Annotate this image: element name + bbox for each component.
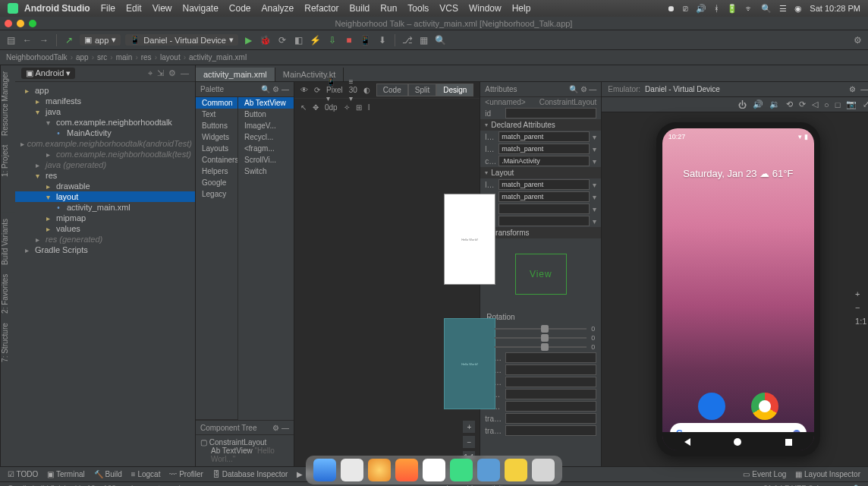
view-split[interactable]: Split [408, 84, 436, 96]
clock[interactable]: Sat 10:28 PM [810, 4, 860, 13]
collapse-icon[interactable]: ⇲ [157, 68, 164, 78]
nav-overview-icon[interactable] [785, 439, 792, 446]
attr-input[interactable] [505, 364, 596, 375]
palette-item[interactable]: Ab TextView [238, 97, 294, 109]
dock-app-2-icon[interactable] [505, 459, 527, 481]
project-icon[interactable]: ▤ [5, 34, 17, 46]
emu-zoom-out-icon[interactable]: − [855, 303, 866, 312]
slider-thumb[interactable] [541, 334, 549, 342]
emu-power-icon[interactable]: ⏻ [738, 100, 747, 109]
emu-voldown-icon[interactable]: 🔉 [769, 99, 780, 109]
panel-gear-icon[interactable]: ⚙ [168, 68, 176, 78]
attr-input[interactable] [498, 204, 590, 214]
attr-input[interactable] [498, 131, 590, 142]
profile-icon[interactable]: ◧ [293, 34, 305, 46]
close-window-icon[interactable] [5, 20, 12, 27]
dock-safari-icon[interactable] [368, 459, 391, 481]
bottom-todo[interactable]: ☑ TODO [8, 470, 38, 478]
traffic-lights[interactable] [5, 20, 36, 27]
slider-thumb[interactable] [541, 343, 549, 351]
tree-item[interactable]: ▸mipmap [15, 213, 195, 223]
dock-trash-icon[interactable] [532, 459, 555, 481]
attr-input[interactable] [505, 425, 596, 436]
nav-home-icon[interactable] [734, 438, 741, 446]
palette-items[interactable]: Ab TextViewButtonImageV...Recycl...<frag… [237, 97, 294, 420]
tree-item[interactable]: •MainActivity [15, 128, 195, 138]
attr-search-icon[interactable]: 🔍 [569, 85, 578, 93]
device-selector[interactable]: 📱 Daniel - Virtual Device ▾ [125, 34, 238, 46]
layout-inspector[interactable]: ▦ Layout Inspector [795, 470, 860, 478]
emu-back-icon[interactable]: ◁ [812, 99, 818, 109]
zoom-window-icon[interactable] [29, 20, 36, 27]
attr-input[interactable] [505, 377, 596, 387]
emu-rotleft-icon[interactable]: ⟲ [786, 99, 793, 109]
module-selector[interactable]: ▣ app ▾ [80, 34, 121, 46]
view-code[interactable]: Code [376, 84, 408, 96]
stop-icon[interactable]: ■ [343, 34, 355, 46]
tree-item[interactable]: ▸app [15, 85, 195, 96]
slider-track[interactable] [495, 328, 587, 330]
dropdown-icon[interactable]: ▾ [593, 133, 596, 141]
select-opened-icon[interactable]: ⌖ [148, 68, 153, 78]
crumb-4[interactable]: res [141, 53, 152, 62]
menu-analyze[interactable]: Analyze [262, 3, 294, 14]
bottom-terminal[interactable]: ▣ Terminal [47, 470, 84, 478]
attr-input[interactable] [498, 191, 590, 202]
rail-structure[interactable]: 7: Structure [1, 323, 15, 362]
wand-icon[interactable]: ✧ [344, 103, 350, 112]
comp-tree-gear-icon[interactable]: ⚙ [272, 424, 279, 432]
debug-icon[interactable]: 🐞 [259, 34, 272, 46]
attr-section-transforms[interactable]: Transforms [480, 227, 601, 238]
palette-category[interactable]: Widgets [196, 131, 237, 143]
emu-volup-icon[interactable]: 🔊 [753, 99, 763, 109]
nav-back-icon[interactable] [684, 438, 690, 446]
attr-input[interactable] [505, 413, 596, 424]
attr-gear-icon[interactable]: ⚙ [580, 85, 587, 93]
palette-item[interactable]: <fragm... [238, 143, 294, 154]
tree-item[interactable]: ▾com.example.neighborhoodtalk [15, 117, 195, 128]
slider-track[interactable] [495, 346, 587, 348]
apply-code-icon[interactable]: ⇩ [326, 34, 338, 46]
hide-panel-icon[interactable]: — [181, 68, 189, 78]
pan-icon[interactable]: ✥ [313, 103, 319, 112]
palette-item[interactable]: Switch [238, 166, 294, 177]
margin-value[interactable]: 0dp [325, 103, 338, 112]
sdk-icon[interactable]: ⬇ [376, 34, 388, 46]
bottom-database[interactable]: 🗄 Database Inspector [212, 470, 288, 478]
search-everywhere-icon[interactable]: 🔍 [435, 34, 447, 46]
design-preview-blueprint[interactable]: Hello World! [445, 319, 495, 409]
slider-track[interactable] [495, 337, 587, 339]
palette-category[interactable]: Text [196, 109, 237, 120]
tree-item[interactable]: ▸com.example.neighborhoodtalk (test) [15, 149, 195, 159]
rail-build-variants[interactable]: Build Variants [1, 219, 15, 265]
menu-edit[interactable]: Edit [126, 3, 142, 14]
menu-window[interactable]: Window [469, 3, 502, 14]
control-center-icon[interactable]: ☰ [779, 4, 787, 14]
tree-item[interactable]: ▸manifests [15, 96, 195, 106]
palette-category[interactable]: Common [196, 97, 237, 109]
dropdown-icon[interactable]: ▾ [593, 217, 596, 226]
dropdown-icon[interactable]: ▾ [593, 157, 596, 166]
make-icon[interactable]: ↗ [63, 34, 75, 46]
attr-hide-icon[interactable]: — [589, 85, 596, 93]
bottom-logcat[interactable]: ≡ Logcat [131, 470, 161, 478]
dock-settings-icon[interactable] [341, 459, 363, 481]
comp-tree-hide-icon[interactable]: — [281, 424, 289, 432]
apply-changes-icon[interactable]: ⚡ [310, 34, 322, 46]
crumb-6[interactable]: activity_main.xml [189, 53, 247, 62]
comp-textview[interactable]: Ab TextView "Hello Worl..." [200, 447, 289, 463]
theme-picker[interactable]: ◐ [363, 86, 370, 94]
zoom-out-icon[interactable]: − [463, 436, 475, 448]
palette-categories[interactable]: CommonTextButtonsWidgetsLayoutsContainer… [196, 97, 237, 420]
palette-search-icon[interactable]: 🔍 [261, 85, 270, 93]
record-icon[interactable]: ⏺ [667, 4, 675, 13]
coverage-icon[interactable]: ⟳ [276, 34, 288, 46]
palette-category[interactable]: Containers [196, 154, 237, 166]
menu-vcs[interactable]: VCS [439, 3, 458, 14]
structure-icon[interactable]: ▦ [418, 34, 430, 46]
palette-category[interactable]: Google [196, 177, 237, 188]
menu-refactor[interactable]: Refactor [304, 3, 338, 14]
tree-item[interactable]: ▾java [15, 106, 195, 117]
tree-item[interactable]: ▸com.example.neighborhoodtalk (androidTe… [15, 138, 195, 149]
palette-item[interactable]: Button [238, 109, 294, 120]
